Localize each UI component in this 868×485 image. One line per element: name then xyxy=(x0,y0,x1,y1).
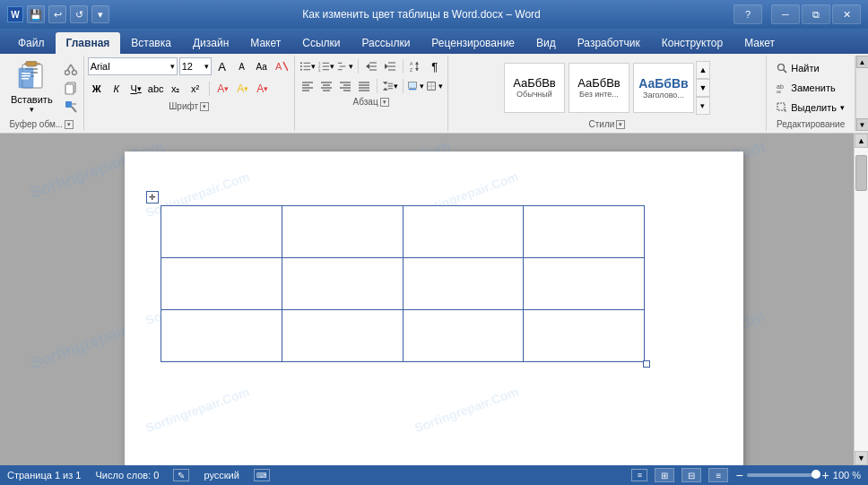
styles-expand-button[interactable]: ▾ xyxy=(616,120,625,129)
table-cell-1-1[interactable] xyxy=(161,206,282,258)
zoom-out-button[interactable]: − xyxy=(735,469,742,481)
reading-layout-button[interactable]: ≡ xyxy=(708,468,728,482)
font-decrease-button[interactable]: A xyxy=(233,57,251,75)
tab-mail[interactable]: Рассылки xyxy=(352,32,421,54)
scroll-down-button[interactable]: ▼ xyxy=(855,451,868,465)
save-button[interactable]: 💾 xyxy=(27,5,45,23)
styles-more-button[interactable]: ▾ xyxy=(696,97,710,115)
table-cell-3-2[interactable] xyxy=(282,310,403,362)
shading-button[interactable]: ▾ xyxy=(407,77,425,95)
highlight-button[interactable]: А ▾ xyxy=(234,80,252,98)
document-page[interactable]: Sortingrepair.Com Sortingrepair.Com Sort… xyxy=(125,152,743,465)
customize-qat-button[interactable]: ▾ xyxy=(91,5,109,23)
help-button[interactable]: ? xyxy=(733,4,762,24)
cut-button[interactable] xyxy=(62,60,80,78)
align-left-button[interactable] xyxy=(299,77,317,95)
tab-refs[interactable]: Ссылки xyxy=(291,32,351,54)
table-move-handle[interactable]: ✛ xyxy=(146,191,159,204)
clipboard-expand-button[interactable]: ▾ xyxy=(65,120,74,129)
find-button[interactable]: Найти xyxy=(770,59,851,77)
tab-design[interactable]: Дизайн xyxy=(182,32,239,54)
format-painter-button[interactable] xyxy=(62,98,80,116)
scroll-up-button[interactable]: ▲ xyxy=(855,134,868,148)
track-changes-icon[interactable]: ✎ xyxy=(173,469,189,481)
italic-button[interactable]: К xyxy=(108,80,126,98)
bullet-list-button[interactable]: ▾ xyxy=(299,57,317,75)
document-table[interactable]: ✛ xyxy=(161,205,645,362)
align-center-button[interactable] xyxy=(317,77,335,95)
align-justify-button[interactable] xyxy=(355,77,373,95)
style-heading1[interactable]: АаБбВв Заголово... xyxy=(633,63,694,113)
para-expand-button[interactable]: ▾ xyxy=(380,98,389,107)
replace-button[interactable]: ab ac Заменить xyxy=(770,79,851,97)
show-marks-button[interactable]: ¶ xyxy=(426,57,444,75)
styles-scroll-down[interactable]: ▼ xyxy=(696,79,710,97)
keyboard-layout-icon[interactable]: ⌨ xyxy=(254,469,270,481)
multilevel-list-button[interactable]: ▾ xyxy=(336,57,354,75)
table-resize-handle[interactable] xyxy=(643,360,650,368)
table-cell-3-4[interactable] xyxy=(524,310,645,362)
scroll-thumb[interactable] xyxy=(855,155,867,191)
style-no-spacing[interactable]: АаБбВв Без инте... xyxy=(569,63,629,113)
print-layout-button[interactable]: ⊞ xyxy=(655,468,674,482)
tab-review[interactable]: Рецензирование xyxy=(421,32,525,54)
scroll-track[interactable] xyxy=(855,148,868,451)
redo-button[interactable]: ↺ xyxy=(70,5,88,23)
tab-view[interactable]: Вид xyxy=(525,32,567,54)
table-cell-1-3[interactable] xyxy=(403,206,524,258)
numbered-list-button[interactable]: 1. 2. 3. ▾ xyxy=(317,57,335,75)
paste-button[interactable]: Вставить ▾ xyxy=(4,57,60,117)
tab-layout2[interactable]: Макет xyxy=(733,32,786,54)
strikethrough-button[interactable]: abc xyxy=(147,80,165,98)
web-layout-button[interactable]: ⊟ xyxy=(681,468,701,482)
style-normal[interactable]: АаБбВв Обычный xyxy=(504,63,565,113)
tab-file[interactable]: Файл xyxy=(7,32,56,54)
font-increase-button[interactable]: A xyxy=(213,57,231,75)
underline-button[interactable]: Ч ▾ xyxy=(127,80,145,98)
minimize-button[interactable]: ─ xyxy=(771,4,800,24)
copy-button[interactable] xyxy=(62,79,80,97)
font-expand-button[interactable]: ▾ xyxy=(200,102,209,111)
clear-format-button[interactable]: A xyxy=(273,57,291,75)
tab-layout[interactable]: Макет xyxy=(239,32,291,54)
stats-icon[interactable]: ≡ xyxy=(631,469,647,481)
zoom-in-button[interactable]: + xyxy=(822,469,829,481)
tab-dev[interactable]: Разработчик xyxy=(567,32,651,54)
svg-rect-70 xyxy=(408,82,416,89)
tab-home[interactable]: Главная xyxy=(56,32,121,54)
select-button[interactable]: Выделить ▾ xyxy=(770,99,851,117)
table-cell-3-1[interactable] xyxy=(161,310,282,362)
font-color-button[interactable]: А ▾ xyxy=(214,80,232,98)
subscript-button[interactable]: x₂ xyxy=(167,80,185,98)
table-cell-1-2[interactable] xyxy=(282,206,403,258)
tab-insert[interactable]: Вставка xyxy=(120,32,182,54)
close-button[interactable]: ✕ xyxy=(832,4,861,24)
sort-button[interactable]: A Z xyxy=(407,57,425,75)
undo-button[interactable]: ↩ xyxy=(48,5,66,23)
ribbon-scroll-down[interactable]: ▼ xyxy=(856,118,869,131)
font-size-selector[interactable]: 12 ▾ xyxy=(179,57,212,75)
zoom-slider[interactable] xyxy=(747,473,819,477)
line-spacing-button[interactable]: ▾ xyxy=(381,77,399,95)
restore-button[interactable]: ⧉ xyxy=(802,4,830,24)
increase-indent-button[interactable] xyxy=(381,57,399,75)
decrease-indent-button[interactable] xyxy=(362,57,380,75)
font-shading-button[interactable]: A ▾ xyxy=(254,80,272,98)
table-cell-1-4[interactable] xyxy=(524,206,645,258)
table-cell-3-3[interactable] xyxy=(403,310,524,362)
svg-point-21 xyxy=(300,62,302,64)
table-cell-2-3[interactable] xyxy=(403,258,524,310)
tab-constructor[interactable]: Конструктор xyxy=(651,32,733,54)
table-cell-2-1[interactable] xyxy=(161,258,282,310)
styles-scroll-up[interactable]: ▲ xyxy=(696,61,710,79)
sort-icon: A Z xyxy=(410,60,422,73)
superscript-button[interactable]: x² xyxy=(187,80,204,98)
table-cell-2-2[interactable] xyxy=(282,258,403,310)
font-case-button[interactable]: Аа xyxy=(253,57,271,75)
table-cell-2-4[interactable] xyxy=(524,258,645,310)
font-family-selector[interactable]: Arial ▾ xyxy=(88,57,178,75)
align-right-button[interactable] xyxy=(336,77,354,95)
border-button[interactable]: ▾ xyxy=(426,77,444,95)
ribbon-scroll-up[interactable]: ▲ xyxy=(856,56,869,68)
bold-button[interactable]: Ж xyxy=(88,80,106,98)
